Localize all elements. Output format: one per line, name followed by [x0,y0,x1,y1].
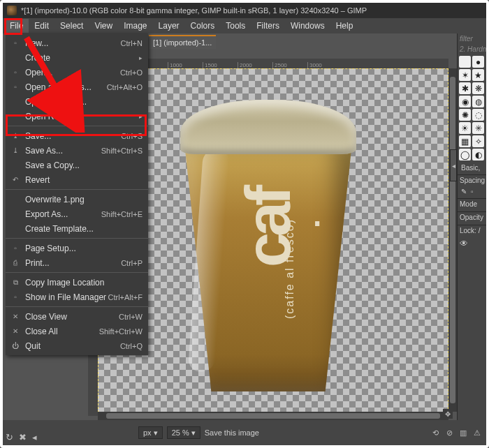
menu-item-open-layers[interactable]: ▫Open as Layers...Ctrl+Alt+O [6,80,148,94]
menu-item-save[interactable]: ⤓Save...Ctrl+S [6,128,148,143]
menu-edit[interactable]: Edit [29,19,54,33]
unit-selector[interactable]: px▾ [138,426,163,439]
brush-thumb[interactable]: ▦ [459,135,471,147]
menu-select[interactable]: Select [54,19,89,33]
submenu-arrow-icon: ▸ [139,113,143,120]
image-content: caf. (caffe al fresco) [180,100,356,391]
menu-bar[interactable]: File Edit Select View Image Layer Colors… [3,18,486,33]
brush-thumb[interactable]: ✳ [472,122,484,134]
menu-item-open[interactable]: ▫Open...Ctrl+O [6,65,148,80]
menu-colors[interactable]: Colors [185,19,221,33]
layer-visibility-icon[interactable]: 👁 [458,236,486,251]
revert-icon: ↶ [11,176,20,184]
ruler-horizontal: 050010001500200025003000 [98,59,448,68]
menu-help[interactable]: Help [330,19,359,33]
bottom-left-tools: ↻ ✖ ◂ [6,432,37,442]
brush-grid[interactable]: ●✶★✱❋◉◍✺◌☀✳▦✧◯◐ [458,54,486,162]
opacity-label: Opacity [458,211,486,223]
cup-tagline: (caffe al fresco) [284,218,296,319]
power-icon: ⏻ [11,342,20,350]
copy-icon: ⧉ [11,278,20,287]
menu-item-create-template[interactable]: Create Template... [6,221,148,236]
menu-view[interactable]: View [89,19,118,33]
close-icon: ✕ [11,313,20,321]
brush-thumb[interactable]: ◍ [472,96,484,107]
chevron-down-icon: ▾ [154,428,158,438]
menu-item-save-as[interactable]: ⤓Save As...Shift+Ctrl+S [6,143,148,158]
status-message: Save this image [205,428,259,437]
softproof-icon[interactable]: ▥ [458,428,468,438]
scrollbar-horizontal[interactable] [98,412,448,420]
image-tab[interactable]: [1] (imported)-1... [149,35,216,49]
file-dropdown: ▫New...Ctrl+N Create▸ ▫Open...Ctrl+O ▫Op… [6,33,148,355]
menu-item-quit[interactable]: ⏻QuitCtrl+Q [6,338,148,353]
close-icon: ✕ [11,327,20,336]
menu-item-open-recent[interactable]: Open Recent▸ [6,109,148,124]
new-icon[interactable]: ▫ [469,187,476,196]
menu-layer[interactable]: Layer [153,19,185,33]
brush-thumb[interactable]: ☀ [459,122,471,134]
filter-label: filter [458,33,486,44]
print-icon: ⎙ [11,259,20,267]
folder-icon: ▫ [11,293,20,301]
brush-thumb[interactable]: ● [472,56,484,68]
file-icon: ▫ [11,39,20,47]
menu-item-page-setup[interactable]: ▫Page Setup... [6,241,148,255]
zoom-selector[interactable]: 25 %▾ [167,426,200,439]
brush-thumb[interactable] [459,56,471,68]
menu-item-copy-location[interactable]: ⧉Copy Image Location [6,275,148,290]
brush-thumb[interactable]: ✺ [459,109,471,121]
menu-item-save-copy[interactable]: Save a Copy... [6,158,148,172]
menu-filters[interactable]: Filters [251,19,285,33]
menu-item-print[interactable]: ⎙Print...Ctrl+P [6,255,148,270]
menu-item-close-view[interactable]: ✕Close ViewCtrl+W [6,309,148,324]
save-icon: ⤓ [11,147,20,155]
dock-collapse-handle[interactable]: ◂ [450,149,457,181]
reset-icon[interactable]: ↻ [6,432,13,442]
warning-icon[interactable]: ⚠ [472,428,482,438]
brush-thumb[interactable]: ❋ [472,82,484,94]
menu-image[interactable]: Image [118,19,152,33]
file-icon: ▫ [11,83,20,91]
delete-icon[interactable]: ✖ [19,432,27,442]
dock-right[interactable]: filter 2. Hardness ●✶★✱❋◉◍✺◌☀✳▦✧◯◐ Basic… [457,33,486,445]
cancel-icon[interactable]: ⊘ [444,428,454,438]
menu-item-show-file-manager[interactable]: ▫Show in File ManagerCtrl+Alt+F [6,290,148,304]
brush-thumb[interactable]: ✶ [459,69,471,81]
app-icon [7,6,17,15]
menu-windows[interactable]: Windows [285,19,330,33]
menu-item-create[interactable]: Create▸ [6,50,148,65]
brush-thumb[interactable]: ◉ [459,96,471,107]
scrollbar-vertical[interactable] [448,68,457,412]
nav-preview-icon[interactable]: ✥ [443,409,453,419]
brush-thumb[interactable]: ◌ [472,109,484,121]
brush-thumb[interactable]: ★ [472,69,484,81]
brush-title: 2. Hardness [458,44,486,54]
save-icon: ⤓ [11,132,20,140]
mode-label: Mode [458,198,486,209]
chevron-down-icon: ▾ [191,428,196,438]
menu-item-open-location[interactable]: Open Location... [6,94,148,109]
tab-basic[interactable]: Basic, [459,163,482,172]
brush-thumb[interactable]: ◯ [459,149,471,160]
lock-label: Lock: / [458,225,486,236]
rotate-icon[interactable]: ⟲ [430,428,440,438]
menu-item-revert[interactable]: ↶Revert [6,172,148,187]
submenu-arrow-icon: ▸ [139,54,143,61]
menu-file[interactable]: File [4,19,29,33]
brush-thumb[interactable]: ✧ [472,135,484,147]
menu-item-close-all[interactable]: ✕Close AllShift+Ctrl+W [6,324,148,338]
menu-item-new[interactable]: ▫New...Ctrl+N [6,36,148,50]
menu-item-overwrite[interactable]: Overwrite 1.png [6,192,148,207]
brush-thumb[interactable]: ✱ [459,82,471,94]
page-icon: ▫ [11,244,20,253]
edit-icon[interactable]: ✎ [459,187,469,196]
dock-menu-icon[interactable]: ◂ [32,432,37,442]
brush-thumb[interactable]: ◐ [472,149,484,160]
spacing-label: Spacing [458,174,486,186]
menu-item-export-as[interactable]: Export As...Shift+Ctrl+E [6,207,148,221]
status-bar: px▾ 25 %▾ Save this image ⟲ ⊘ ▥ ⚠ [3,420,486,445]
menu-tools[interactable]: Tools [220,19,251,33]
canvas[interactable]: caf. (caffe al fresco) [98,68,448,416]
window-title: *[1] (imported)-10.0 (RGB color 8-bit ga… [21,6,367,15]
